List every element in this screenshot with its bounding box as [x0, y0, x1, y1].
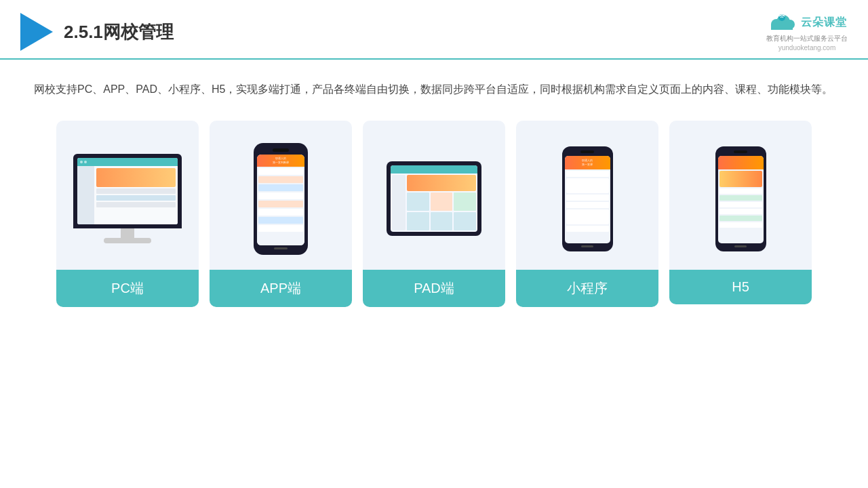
pad-tablet-icon [387, 161, 481, 236]
svg-rect-3 [771, 24, 793, 30]
card-image-h5 [669, 121, 812, 270]
cards-container: PC端 职通人的第一堂判断课 [34, 121, 834, 307]
miniprogram-phone-icon: 职通人的第一堂课 [562, 146, 613, 251]
header: 2.5.1网校管理 云朵课堂 教育机构一站式服务云平台 yunduoketang… [0, 0, 868, 60]
description-text: 网校支持PC、APP、PAD、小程序、H5，实现多端打通，产品各终端自由切换，数… [34, 79, 834, 100]
card-image-pad [363, 121, 505, 270]
card-label-h5: H5 [669, 270, 812, 304]
card-label-pc: PC端 [56, 270, 199, 307]
cloud-icon [767, 12, 797, 33]
logo-triangle-icon [20, 13, 53, 51]
card-label-miniprogram: 小程序 [516, 270, 658, 307]
card-h5: H5 [669, 121, 812, 304]
brand-tagline: 教育机构一站式服务云平台 [766, 34, 848, 43]
card-label-app: APP端 [210, 270, 352, 307]
card-app: 职通人的第一堂判断课 [210, 121, 352, 307]
card-pad: PAD端 [363, 121, 505, 307]
header-left: 2.5.1网校管理 [20, 13, 174, 51]
card-image-miniprogram: 职通人的第一堂课 [516, 121, 658, 270]
main-content: 网校支持PC、APP、PAD、小程序、H5，实现多端打通，产品各终端自由切换，数… [0, 60, 868, 321]
h5-phone-icon [715, 146, 766, 251]
card-pc: PC端 [56, 121, 199, 307]
brand-name: 云朵课堂 [801, 16, 847, 30]
card-miniprogram: 职通人的第一堂课 小程序 [516, 121, 658, 307]
header-brand: 云朵课堂 教育机构一站式服务云平台 yunduoketang.com [766, 12, 848, 52]
brand-logo: 云朵课堂 [767, 12, 847, 33]
card-image-app: 职通人的第一堂判断课 [210, 121, 352, 270]
pc-monitor-icon [73, 154, 182, 243]
page-title: 2.5.1网校管理 [64, 20, 174, 44]
app-phone-icon: 职通人的第一堂判断课 [254, 143, 308, 255]
brand-url: yunduoketang.com [778, 44, 836, 52]
card-label-pad: PAD端 [363, 270, 505, 307]
card-image-pc [56, 121, 199, 270]
